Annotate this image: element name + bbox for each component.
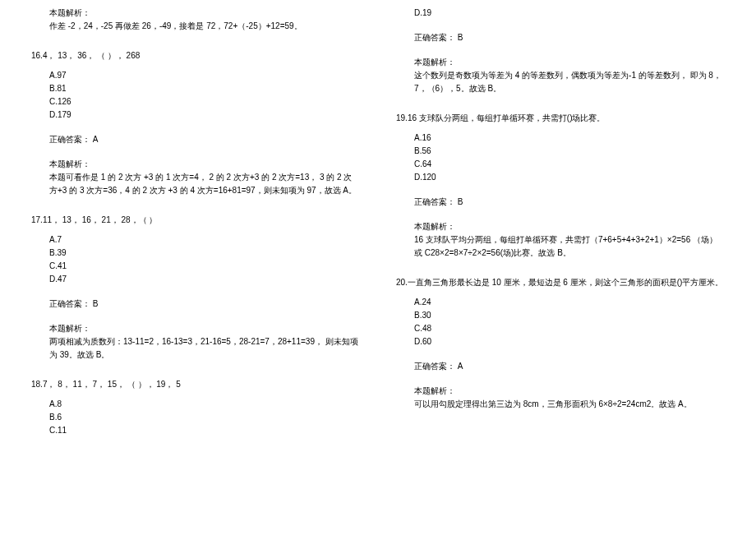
q20-opt-a: A.24	[414, 296, 725, 309]
q18-options-part2: D.19	[396, 7, 725, 20]
q20-opt-c: C.48	[414, 322, 725, 335]
q18-answer: 正确答案： B	[396, 31, 725, 44]
q15-parse-body: 作差 -2，24，-25 再做差 26，-49，接着是 72，72+（-25）+…	[31, 20, 360, 33]
column-left: 本题解析： 作差 -2，24，-25 再做差 26，-49，接着是 72，72+…	[0, 0, 378, 535]
column-right: D.19 正确答案： B 本题解析： 这个数列是奇数项为等差为 4 的等差数列，…	[378, 0, 756, 535]
q17-opt-b: B.39	[49, 247, 360, 260]
q16-opt-c: C.126	[49, 95, 360, 108]
q19-opt-d: D.120	[414, 171, 725, 184]
q18-opt-d: D.19	[414, 7, 725, 20]
q15-parse-label: 本题解析：	[31, 7, 360, 20]
q16-parse-label: 本题解析：	[31, 158, 360, 171]
q19-options: A.16 B.56 C.64 D.120	[396, 131, 725, 184]
q16-options: A.97 B.81 C.126 D.179	[31, 69, 360, 122]
q19-answer: 正确答案： B	[396, 196, 725, 209]
q18-opt-b: B.6	[49, 411, 360, 424]
q18-stem: 18.7， 8， 11， 7， 15， （ ）， 19， 5	[31, 378, 360, 391]
q18-opt-c: C.11	[49, 424, 360, 437]
page: 本题解析： 作差 -2，24，-25 再做差 26，-49，接着是 72，72+…	[0, 0, 756, 535]
q19-opt-c: C.64	[414, 158, 725, 171]
q20-answer: 正确答案： A	[396, 360, 725, 373]
q16-opt-a: A.97	[49, 69, 360, 82]
q17-answer: 正确答案： B	[31, 297, 360, 311]
q20-options: A.24 B.30 C.48 D.60	[396, 296, 725, 348]
q18-parse-label: 本题解析：	[396, 56, 725, 69]
q19-parse-label: 本题解析：	[396, 220, 725, 233]
q17-parse-label: 本题解析：	[31, 322, 360, 335]
q16-parse-body: 本题可看作是 1 的 2 次方 +3 的 1 次方=4， 2 的 2 次方+3 …	[31, 171, 360, 197]
q16-opt-d: D.179	[49, 108, 360, 122]
q16-stem: 16.4， 13， 36， （ ）， 268	[31, 49, 360, 62]
q17-opt-c: C.41	[49, 260, 360, 273]
q20-opt-d: D.60	[414, 335, 725, 348]
q17-opt-a: A.7	[49, 233, 360, 247]
q17-opt-d: D.47	[49, 273, 360, 286]
q17-parse-body: 两项相减为质数列：13-11=2，16-13=3，21-16=5，28-21=7…	[31, 335, 360, 362]
q19-opt-b: B.56	[414, 145, 725, 158]
q20-stem: 20.一直角三角形最长边是 10 厘米，最短边是 6 厘米，则这个三角形的面积是…	[396, 276, 725, 289]
q20-parse-label: 本题解析：	[396, 385, 725, 398]
q17-stem: 17.11， 13， 16， 21， 28，（ ）	[31, 214, 360, 227]
q19-stem: 19.16 支球队分两组，每组打单循环赛，共需打()场比赛。	[396, 112, 725, 125]
q18-opt-a: A.8	[49, 398, 360, 411]
q19-opt-a: A.16	[414, 131, 725, 145]
q20-parse-body: 可以用勾股定理得出第三边为 8cm，三角形面积为 6×8÷2=24cm2。故选 …	[396, 398, 725, 411]
q19-parse-body: 16 支球队平均分两组，每组打单循环赛，共需打（7+6+5+4+3+2+1）×2…	[396, 233, 725, 260]
q20-opt-b: B.30	[414, 309, 725, 322]
q16-opt-b: B.81	[49, 82, 360, 95]
q18-parse-body: 这个数列是奇数项为等差为 4 的等差数列，偶数项为等差为-1 的等差数列， 即为…	[396, 69, 725, 95]
q17-options: A.7 B.39 C.41 D.47	[31, 233, 360, 286]
q18-options-part1: A.8 B.6 C.11	[31, 398, 360, 437]
q16-answer: 正确答案： A	[31, 133, 360, 146]
